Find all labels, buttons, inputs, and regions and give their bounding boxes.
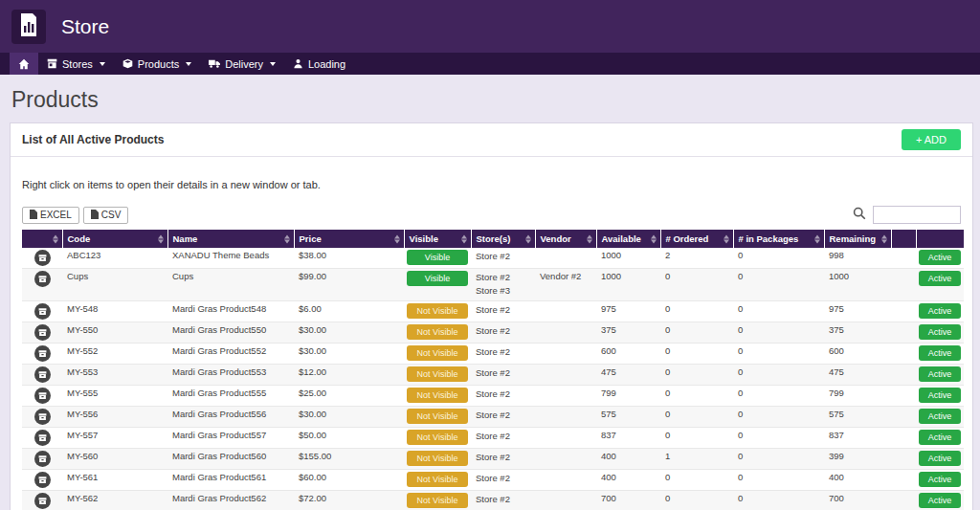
table-row[interactable]: MY-553Mardi Gras Product553$12.00Not Vis…: [22, 364, 964, 385]
cell-vendor: [535, 364, 596, 385]
column-header-icon[interactable]: [22, 230, 62, 248]
status-badge[interactable]: Active: [919, 451, 961, 466]
table-row[interactable]: MY-561Mardi Gras Product561$60.00Not Vis…: [22, 469, 964, 490]
table-row[interactable]: MY-550Mardi Gras Product550$30.00Not Vis…: [22, 322, 964, 343]
product-box-icon[interactable]: [34, 250, 51, 266]
cell-visible: Not Visible: [404, 448, 471, 469]
column-header-visible[interactable]: Visible: [404, 230, 471, 248]
caret-down-icon: [186, 62, 191, 66]
visibility-badge[interactable]: Not Visible: [407, 303, 468, 319]
cell-row-icon: [22, 364, 62, 385]
status-badge[interactable]: Active: [919, 493, 961, 508]
cell-price: $60.00: [294, 469, 404, 490]
cell-code: Cups: [62, 269, 167, 301]
cell-spacer: [891, 322, 916, 343]
table-row[interactable]: MY-556Mardi Gras Product556$30.00Not Vis…: [22, 406, 964, 427]
table-row[interactable]: MY-548Mardi Gras Product548$6.00Not Visi…: [22, 300, 964, 322]
column-header-available[interactable]: Available: [596, 230, 660, 248]
status-badge[interactable]: Active: [919, 345, 961, 361]
cell-visible: Not Visible: [404, 385, 471, 406]
product-box-icon[interactable]: [34, 493, 51, 509]
status-badge[interactable]: Active: [919, 324, 961, 340]
column-header-price[interactable]: Price: [294, 230, 404, 248]
status-badge[interactable]: Active: [919, 271, 961, 286]
app-logo[interactable]: [11, 10, 46, 44]
cell-code: MY-562: [62, 490, 167, 510]
visibility-badge[interactable]: Not Visible: [407, 388, 468, 403]
nav-item-loading[interactable]: Loading: [284, 53, 354, 75]
nav-item-products[interactable]: Products: [114, 53, 200, 75]
store-name: Store #2: [476, 388, 530, 401]
cell-ordered: 1: [660, 448, 733, 469]
cell-spacer: [891, 248, 916, 269]
store-name: Store #2: [476, 430, 530, 443]
cell-status: Active: [916, 406, 964, 427]
nav-item-home[interactable]: [10, 53, 38, 75]
table-row[interactable]: CupsCups$99.00VisibleStore #2Store #3Ven…: [22, 269, 964, 301]
visibility-badge[interactable]: Not Visible: [407, 324, 468, 340]
cell-status: Active: [916, 448, 964, 469]
cell-name: Mardi Gras Product555: [167, 385, 294, 406]
cell-stores: Store #2: [471, 343, 535, 364]
table-row[interactable]: ABC123XANADU Theme Beads$38.00VisibleSto…: [22, 248, 964, 269]
visibility-badge[interactable]: Not Visible: [407, 493, 468, 508]
column-header-ordered[interactable]: # Ordered: [660, 230, 733, 248]
column-header-code[interactable]: Code: [62, 230, 167, 248]
visibility-badge[interactable]: Not Visible: [407, 345, 468, 361]
excel-export-button[interactable]: EXCEL: [22, 207, 79, 224]
status-badge[interactable]: Active: [919, 430, 961, 445]
product-box-icon[interactable]: [34, 472, 51, 488]
table-row[interactable]: MY-552Mardi Gras Product552$30.00Not Vis…: [22, 343, 964, 364]
product-box-icon[interactable]: [34, 345, 51, 362]
table-toolbar: EXCEL CSV: [22, 206, 961, 224]
product-box-icon[interactable]: [34, 271, 51, 287]
column-header-remaining[interactable]: Remaining: [824, 230, 891, 248]
cell-visible: Not Visible: [404, 322, 471, 343]
visibility-badge[interactable]: Not Visible: [407, 366, 468, 382]
table-row[interactable]: MY-560Mardi Gras Product560$155.00Not Vi…: [22, 448, 964, 469]
search-input[interactable]: [873, 206, 961, 224]
status-badge[interactable]: Active: [919, 303, 961, 319]
product-box-icon[interactable]: [34, 366, 51, 383]
table-row[interactable]: MY-557Mardi Gras Product557$50.00Not Vis…: [22, 427, 964, 448]
status-badge[interactable]: Active: [919, 409, 961, 424]
cell-code: MY-557: [62, 427, 167, 448]
store-name: Store #2: [476, 493, 530, 506]
table-row[interactable]: MY-562Mardi Gras Product562$72.00Not Vis…: [22, 490, 964, 510]
cell-visible: Not Visible: [404, 364, 471, 385]
cell-code: MY-555: [62, 385, 167, 406]
visibility-badge[interactable]: Visible: [407, 250, 468, 265]
visibility-badge[interactable]: Not Visible: [407, 430, 468, 445]
add-product-button[interactable]: + ADD: [902, 129, 961, 150]
cell-spacer: [891, 343, 916, 364]
csv-export-button[interactable]: CSV: [83, 207, 129, 224]
status-badge[interactable]: Active: [919, 388, 961, 403]
product-box-icon[interactable]: [34, 451, 51, 467]
file-icon: [91, 210, 99, 221]
column-header-name[interactable]: Name: [167, 230, 294, 248]
cell-ordered: 0: [660, 269, 733, 301]
column-header-in-packages[interactable]: # in Packages: [733, 230, 824, 248]
nav-item-delivery[interactable]: Delivery: [200, 53, 284, 75]
visibility-badge[interactable]: Not Visible: [407, 451, 468, 466]
store-name: Store #2: [476, 409, 530, 422]
product-box-icon[interactable]: [34, 430, 51, 446]
column-header-vendor[interactable]: Vendor: [535, 230, 596, 248]
status-badge[interactable]: Active: [919, 366, 961, 382]
product-box-icon[interactable]: [34, 324, 51, 341]
table-row[interactable]: MY-555Mardi Gras Product555$25.00Not Vis…: [22, 385, 964, 406]
cell-spacer: [891, 469, 916, 490]
visibility-badge[interactable]: Not Visible: [407, 409, 468, 424]
column-header-stores[interactable]: Store(s): [471, 230, 535, 248]
product-box-icon[interactable]: [34, 388, 51, 404]
visibility-badge[interactable]: Visible: [407, 271, 468, 286]
nav-item-stores[interactable]: Stores: [38, 53, 114, 75]
cell-name: Mardi Gras Product548: [167, 300, 294, 322]
sort-icon: [881, 234, 888, 243]
product-box-icon[interactable]: [34, 303, 51, 320]
status-badge[interactable]: Active: [919, 250, 961, 265]
status-badge[interactable]: Active: [919, 472, 961, 487]
product-box-icon[interactable]: [34, 409, 51, 425]
visibility-badge[interactable]: Not Visible: [407, 472, 468, 487]
page-title: Products: [11, 87, 980, 113]
